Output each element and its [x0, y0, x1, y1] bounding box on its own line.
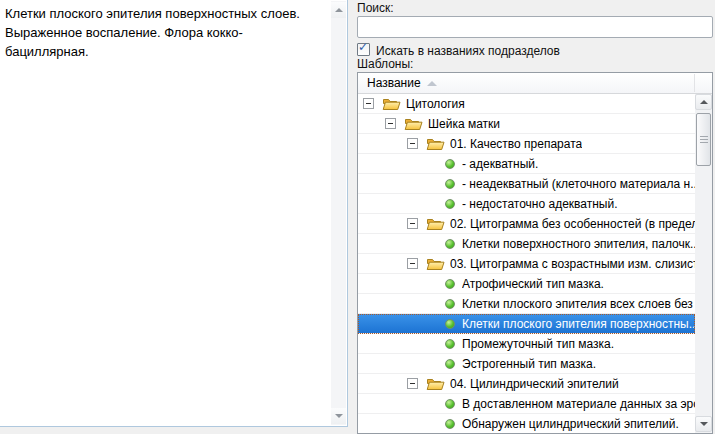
open-folder-icon [426, 217, 445, 231]
tree-row[interactable]: Эстрогенный тип мазка. [358, 354, 695, 374]
checkmark-icon: ✓ [358, 41, 368, 54]
row-label: 02. Цитограмма без особенностей (в преде… [450, 217, 695, 231]
collapse-minus-icon[interactable] [407, 138, 418, 149]
tree-rows: Цитология Шейка матки 01. Качество препа… [358, 94, 695, 433]
report-text-editor[interactable]: Клетки плоского эпителия поверхностных с… [0, 0, 348, 427]
tree-row[interactable]: - неадекватный (клеточного материала н..… [358, 174, 695, 194]
row-label: Шейка матки [428, 117, 500, 131]
open-folder-icon [382, 97, 401, 111]
green-dot-icon [445, 299, 455, 309]
tree-row[interactable]: Атрофический тип мазка. [358, 274, 695, 294]
row-label: - неадекватный (клеточного материала н..… [462, 177, 695, 191]
scroll-down-button[interactable] [695, 416, 712, 432]
row-label: 01. Качество препарата [450, 137, 582, 151]
arrow-up-icon [335, 8, 343, 12]
green-dot-icon [445, 159, 455, 169]
tree-row[interactable]: Шейка матки [358, 114, 695, 134]
tree-row[interactable]: 03. Цитограмма с возрастными изм. слизис… [358, 254, 695, 274]
green-dot-icon [445, 359, 455, 369]
indent-spacer [429, 398, 445, 409]
green-dot-icon [445, 419, 455, 429]
editor-scrollbar[interactable] [331, 1, 346, 425]
column-header-label: Название [367, 76, 421, 90]
tree-row[interactable]: Цитология [358, 94, 695, 114]
indent-spacer [429, 158, 445, 169]
tree-row[interactable]: 02. Цитограмма без особенностей (в преде… [358, 214, 695, 234]
collapse-minus-icon[interactable] [385, 118, 396, 129]
collapse-minus-icon[interactable] [407, 258, 418, 269]
tree-row[interactable]: - недостаточно адекватный. [358, 194, 695, 214]
row-label: 04. Цилиндрический эпителий [450, 377, 619, 391]
arrow-up-icon [700, 100, 708, 104]
indent-spacer [429, 198, 445, 209]
row-label: В доставленном материале данных за эро..… [462, 397, 695, 411]
templates-label: Шаблоны: [357, 57, 413, 71]
green-dot-icon [445, 399, 455, 409]
tree-row[interactable]: Промежуточный тип мазка. [358, 334, 695, 354]
tree-row[interactable]: В доставленном материале данных за эро..… [358, 394, 695, 414]
green-dot-icon [445, 179, 455, 189]
search-input[interactable] [357, 16, 713, 38]
green-dot-icon [445, 199, 455, 209]
open-folder-icon [426, 137, 445, 151]
indent-spacer [429, 418, 445, 429]
indent-spacer [429, 298, 445, 309]
tree-row[interactable]: - адекватный. [358, 154, 695, 174]
scrollbar-thumb[interactable] [696, 113, 711, 166]
row-label: Атрофический тип мазка. [462, 277, 604, 291]
row-label: Клетки плоского эпителия поверхностны... [462, 317, 695, 331]
tree-row[interactable]: Клетки плоского эпителия всех слоев без … [358, 294, 695, 314]
search-label: Поиск: [357, 1, 394, 15]
row-label: Обнаружен цилиндрический эпителий. [462, 417, 679, 431]
search-subfolders-label[interactable]: Искать в названиях подразделов [376, 44, 560, 58]
indent-spacer [429, 318, 445, 329]
row-label: Клетки плоского эпителия всех слоев без … [462, 297, 695, 311]
scroll-up-button[interactable] [331, 2, 346, 18]
indent-spacer [429, 278, 445, 289]
indent-spacer [429, 178, 445, 189]
green-dot-icon [445, 339, 455, 349]
collapse-minus-icon[interactable] [363, 98, 374, 109]
sort-ascending-icon [427, 81, 437, 86]
scroll-down-button[interactable] [331, 408, 346, 424]
collapse-minus-icon[interactable] [407, 218, 418, 229]
scroll-up-button[interactable] [695, 94, 712, 110]
row-label: Эстрогенный тип мазка. [462, 357, 596, 371]
tree-row[interactable]: Клетки поверхностного эпителия, палочк..… [358, 234, 695, 254]
row-label: - недостаточно адекватный. [462, 197, 618, 211]
green-dot-icon [445, 319, 455, 329]
indent-spacer [429, 338, 445, 349]
tree-row[interactable]: Обнаружен цилиндрический эпителий. [358, 414, 695, 433]
arrow-down-icon [335, 414, 343, 418]
green-dot-icon [445, 279, 455, 289]
indent-spacer [429, 358, 445, 369]
tree-row[interactable]: Клетки плоского эпителия поверхностны... [358, 314, 695, 334]
row-label: 03. Цитограмма с возрастными изм. слизис… [450, 257, 695, 271]
tree-column-header[interactable]: Название [358, 73, 712, 94]
row-label: Цитология [406, 97, 465, 111]
tree-row[interactable]: 01. Качество препарата [358, 134, 695, 154]
row-label: - адекватный. [462, 157, 538, 171]
column-separator [694, 74, 695, 92]
open-folder-icon [426, 377, 445, 391]
collapse-minus-icon[interactable] [407, 378, 418, 389]
row-label: Промежуточный тип мазка. [462, 337, 614, 351]
open-folder-icon [426, 257, 445, 271]
report-text[interactable]: Клетки плоского эпителия поверхностных с… [5, 4, 325, 422]
open-folder-icon [404, 117, 423, 131]
search-subfolders-checkbox[interactable]: ✓ [357, 43, 370, 56]
tree-row[interactable]: 04. Цилиндрический эпителий [358, 374, 695, 394]
templates-tree: Название Цитология Шейка матки 01. Качес… [357, 72, 713, 434]
indent-spacer [429, 238, 445, 249]
thumb-grip-icon [700, 136, 708, 144]
green-dot-icon [445, 239, 455, 249]
row-label: Клетки поверхностного эпителия, палочк..… [462, 237, 695, 251]
tree-scrollbar[interactable] [695, 94, 712, 433]
arrow-down-icon [700, 422, 708, 426]
